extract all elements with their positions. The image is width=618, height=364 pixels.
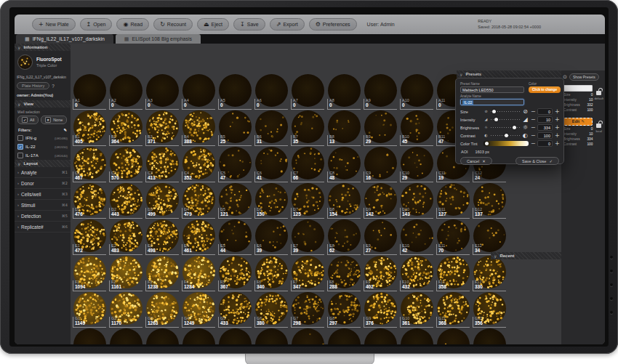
well-E1[interactable]: E1472 bbox=[72, 219, 108, 256]
well-B3[interactable]: B3371 bbox=[145, 110, 181, 147]
well-G9[interactable]: G9376 bbox=[363, 292, 399, 328]
slider-knob[interactable] bbox=[485, 142, 489, 145]
well-A5[interactable]: A50 bbox=[217, 74, 254, 110]
decrement-button[interactable]: − bbox=[531, 124, 535, 131]
well-C6[interactable]: C641 bbox=[254, 147, 290, 183]
increment-button[interactable]: + bbox=[555, 132, 559, 139]
well-C5[interactable]: C547 bbox=[217, 147, 254, 183]
well-H7[interactable]: H75 bbox=[290, 328, 326, 344]
sidebar-item-replicate-[interactable]: ›Replicate#⌘6 bbox=[15, 222, 71, 232]
well-G8[interactable]: G8297 bbox=[326, 292, 363, 328]
well-C10[interactable]: C1029 bbox=[399, 147, 436, 183]
well-B1[interactable]: B1405 bbox=[72, 110, 108, 147]
well-F8[interactable]: F8288 bbox=[326, 256, 363, 292]
well-B9[interactable]: B929 bbox=[363, 110, 399, 147]
sidebar-item-stimuli[interactable]: ›Stimuli⌘4 bbox=[15, 200, 71, 211]
well-F6[interactable]: F6340 bbox=[254, 256, 290, 292]
cancel-button[interactable]: Cancel ✕ bbox=[460, 157, 492, 165]
well-E7[interactable]: E739 bbox=[290, 219, 326, 256]
plate-history-button[interactable]: Plate History bbox=[17, 82, 49, 89]
well-D5[interactable]: D5121 bbox=[217, 183, 254, 219]
decrement-button[interactable]: − bbox=[531, 140, 535, 147]
well-G10[interactable]: G10361 bbox=[399, 292, 436, 328]
color-change-button[interactable]: Click to change bbox=[529, 86, 561, 93]
decrement-button[interactable]: − bbox=[531, 132, 535, 139]
information-section-header[interactable]: ∨ Information bbox=[15, 44, 71, 51]
well-F9[interactable]: F9402 bbox=[363, 256, 399, 292]
well-F4[interactable]: F41284 bbox=[181, 256, 217, 292]
well-A9[interactable]: A90 bbox=[363, 74, 399, 110]
filter-il-17a[interactable]: IL-17A(LED640) bbox=[15, 151, 71, 160]
well-H9[interactable]: H90 bbox=[363, 328, 399, 344]
show-presets-button[interactable]: Show Presets bbox=[569, 73, 599, 81]
well-E9[interactable]: E927 bbox=[363, 219, 399, 256]
well-C3[interactable]: C3413 bbox=[145, 147, 181, 183]
well-G11[interactable]: G11368 bbox=[436, 292, 472, 328]
presets-section-header[interactable]: ∨ Presets bbox=[457, 70, 561, 78]
well-F7[interactable]: F7347 bbox=[290, 256, 326, 292]
well-E12[interactable]: E1234 bbox=[472, 219, 508, 256]
well-D8[interactable]: D8154 bbox=[326, 183, 363, 219]
slider-knob[interactable] bbox=[492, 110, 496, 113]
help-icon[interactable]: ? bbox=[52, 84, 55, 89]
well-H11[interactable]: H111 bbox=[436, 328, 472, 344]
well-C4[interactable]: C4352 bbox=[181, 147, 217, 183]
well-B4[interactable]: B4388 bbox=[181, 110, 217, 147]
well-H12[interactable]: H120 bbox=[472, 328, 508, 344]
read-button[interactable]: ◉Read bbox=[116, 18, 149, 31]
well-D12[interactable]: D12137 bbox=[472, 183, 508, 219]
well-D9[interactable]: D9142 bbox=[363, 183, 399, 219]
slider-value[interactable]: 0 bbox=[537, 108, 553, 115]
well-G1[interactable]: G11149 bbox=[72, 292, 108, 328]
checkbox[interactable] bbox=[17, 153, 23, 158]
open-button[interactable]: ↥Open bbox=[80, 18, 113, 31]
well-D11[interactable]: D11127 bbox=[436, 183, 472, 219]
increment-button[interactable]: + bbox=[555, 140, 559, 147]
slider-track[interactable] bbox=[483, 141, 529, 146]
well-E3[interactable]: E3498 bbox=[145, 219, 181, 256]
monitor-button[interactable] bbox=[610, 270, 613, 272]
well-H4[interactable]: H40 bbox=[181, 328, 217, 344]
slider-knob[interactable] bbox=[513, 126, 516, 129]
recount-button[interactable]: ↻Recount bbox=[153, 18, 193, 31]
well-B5[interactable]: B525 bbox=[217, 110, 254, 147]
well-B8[interactable]: B813 bbox=[326, 110, 363, 147]
well-G4[interactable]: G41249 bbox=[181, 292, 217, 328]
sidebar-item-cells-well[interactable]: ›Cells/well⌘3 bbox=[15, 189, 71, 200]
well-B2[interactable]: B2364 bbox=[108, 110, 145, 147]
slider-value[interactable]: 334 bbox=[537, 124, 553, 131]
slider-track[interactable] bbox=[491, 118, 520, 121]
well-H8[interactable]: H80 bbox=[326, 328, 363, 344]
well-F11[interactable]: F11358 bbox=[436, 256, 472, 292]
well-B7[interactable]: B735 bbox=[290, 110, 326, 147]
well-H5[interactable]: H50 bbox=[217, 328, 254, 344]
well-A8[interactable]: A80 bbox=[326, 74, 363, 110]
increment-button[interactable]: + bbox=[555, 108, 559, 115]
checkbox[interactable]: ✓ bbox=[17, 144, 23, 150]
filter-il-22[interactable]: ✓IL-22(LED550) bbox=[15, 142, 71, 151]
preset-color-bar[interactable] bbox=[563, 85, 593, 92]
edit-preset-button[interactable]: Edit✎ bbox=[563, 118, 593, 126]
preset-name-input[interactable]: Mabtech LED550 bbox=[460, 86, 524, 93]
well-A2[interactable]: A20 bbox=[108, 74, 145, 110]
well-F1[interactable]: F11094 bbox=[72, 256, 108, 292]
well-A10[interactable]: A100 bbox=[399, 74, 436, 110]
well-D10[interactable]: D10143 bbox=[399, 183, 436, 219]
view-section-header[interactable]: ∨ View bbox=[15, 100, 71, 108]
sidebar-item-detection[interactable]: ›Detection⌘5 bbox=[15, 211, 71, 222]
slider-value[interactable]: 10 bbox=[537, 116, 553, 123]
well-C9[interactable]: C916 bbox=[363, 147, 399, 183]
well-E8[interactable]: E862 bbox=[326, 219, 363, 256]
well-G7[interactable]: G7298 bbox=[290, 292, 326, 328]
filter-ifn-g[interactable]: IFN-g(LED480) bbox=[15, 134, 71, 142]
slider-knob[interactable] bbox=[494, 118, 498, 121]
increment-button[interactable]: + bbox=[555, 116, 559, 123]
well-E6[interactable]: E639 bbox=[254, 219, 290, 256]
eject-button[interactable]: ⏏Eject bbox=[197, 18, 229, 31]
slider-value[interactable]: 0 bbox=[537, 140, 553, 147]
well-F5[interactable]: F5367 bbox=[217, 256, 254, 292]
well-G6[interactable]: G6380 bbox=[254, 292, 290, 328]
decrement-button[interactable]: − bbox=[531, 108, 535, 115]
edit-filters-icon[interactable]: ✎ bbox=[63, 128, 67, 132]
new-plate-button[interactable]: +New Plate bbox=[32, 18, 76, 31]
